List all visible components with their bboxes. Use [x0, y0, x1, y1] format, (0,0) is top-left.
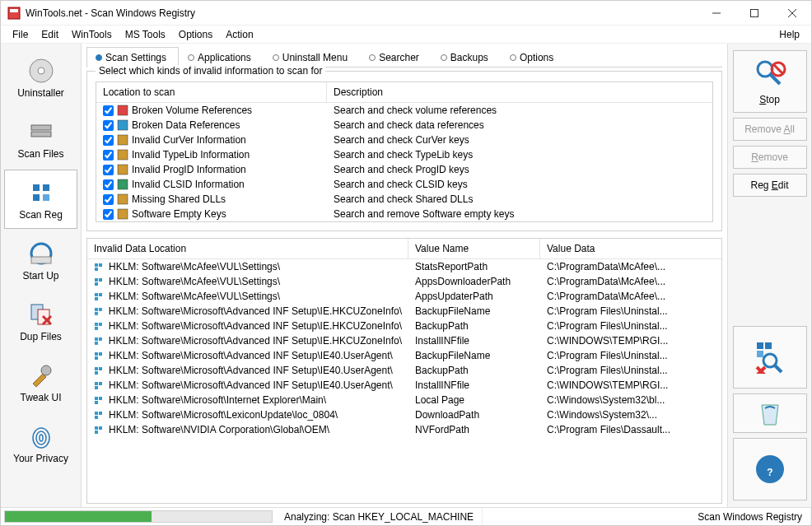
- result-location: HKLM: Software\Microsoft\Advanced INF Se…: [109, 335, 402, 347]
- result-row[interactable]: HKLM: Software\Microsoft\Internet Explor…: [87, 393, 721, 407]
- result-location: HKLM: Software\Microsoft\Advanced INF Se…: [109, 350, 393, 361]
- result-value-name: InstallINFfile: [408, 335, 540, 347]
- results-body[interactable]: HKLM: Software\McAfee\VUL\Settings\Stats…: [87, 259, 721, 503]
- col-value-name[interactable]: Value Name: [408, 239, 540, 258]
- minimize-button[interactable]: [698, 1, 735, 26]
- remove-all-button[interactable]: Remove All: [733, 118, 807, 141]
- scan-row[interactable]: Invalid TypeLib InformationSearch and ch…: [96, 147, 712, 162]
- result-location: HKLM: Software\McAfee\VUL\Settings\: [109, 276, 280, 287]
- maximize-button[interactable]: [735, 1, 773, 26]
- svg-rect-55: [95, 371, 98, 375]
- menu-file[interactable]: File: [6, 27, 35, 42]
- nav-scan-files[interactable]: Scan Files: [4, 109, 77, 168]
- nav-label: Dup Files: [20, 331, 62, 342]
- svg-rect-62: [95, 412, 98, 415]
- result-row[interactable]: HKLM: Software\NVIDIA Corporation\Global…: [87, 422, 721, 437]
- scan-row-checkbox[interactable]: [103, 120, 114, 131]
- scan-row[interactable]: Software Empty KeysSearch and remove Sof…: [96, 207, 712, 221]
- registry-key-icon: [94, 424, 105, 435]
- close-button[interactable]: [773, 1, 811, 26]
- scan-row-checkbox[interactable]: [103, 165, 114, 175]
- menu-help[interactable]: Help: [772, 27, 806, 42]
- scan-reg-shortcut[interactable]: [733, 326, 807, 389]
- result-location: HKLM: Software\Microsoft\Advanced INF Se…: [109, 379, 393, 391]
- svg-rect-50: [95, 352, 98, 356]
- menu-edit[interactable]: Edit: [35, 27, 65, 42]
- scan-row-desc: Search and check Shared DLLs: [327, 193, 712, 205]
- result-row[interactable]: HKLM: Software\Microsoft\Advanced INF Se…: [87, 333, 721, 348]
- nav-start-up[interactable]: Start Up: [4, 230, 77, 290]
- svg-point-75: [763, 354, 777, 367]
- help-button[interactable]: ?: [733, 438, 807, 500]
- menu-options[interactable]: Options: [172, 27, 219, 42]
- result-value-name: BackupPath: [408, 320, 540, 332]
- scan-row-checkbox[interactable]: [103, 135, 114, 146]
- result-row[interactable]: HKLM: Software\Microsoft\Advanced INF Se…: [87, 378, 721, 393]
- scan-row[interactable]: Invalid ProgID InformationSearch and che…: [96, 162, 712, 177]
- scan-row-checkbox[interactable]: [103, 105, 114, 116]
- scan-row[interactable]: Missing Shared DLLsSearch and check Shar…: [96, 192, 712, 207]
- tab-backups[interactable]: Backups: [432, 47, 501, 67]
- menu-wintools[interactable]: WinTools: [65, 27, 119, 42]
- registry-key-icon: [94, 350, 105, 361]
- scan-row-desc: Search and check data references: [327, 119, 712, 131]
- result-row[interactable]: HKLM: Software\McAfee\VUL\Settings\AppsD…: [87, 274, 721, 289]
- result-value-data: C:\ProgramData\McAfee\...: [540, 276, 721, 287]
- svg-rect-56: [95, 382, 98, 385]
- result-row[interactable]: HKLM: Software\Microsoft\Advanced INF Se…: [87, 304, 721, 319]
- svg-rect-38: [95, 293, 98, 296]
- result-row[interactable]: HKLM: Software\McAfee\VUL\Settings\AppsU…: [87, 289, 721, 304]
- scan-row-checkbox[interactable]: [103, 194, 114, 205]
- scan-row-checkbox[interactable]: [103, 150, 114, 161]
- scan-row-checkbox[interactable]: [103, 209, 114, 220]
- result-row[interactable]: HKLM: Software\McAfee\VUL\Settings\Stats…: [87, 259, 721, 274]
- result-row[interactable]: HKLM: Software\Microsoft\Advanced INF Se…: [87, 363, 721, 378]
- svg-rect-58: [95, 386, 98, 389]
- col-invalid-location[interactable]: Invalid Data Location: [87, 239, 408, 258]
- nav-dup-files[interactable]: Dup Files: [4, 291, 77, 351]
- remove-button[interactable]: Remove: [733, 146, 807, 169]
- recycle-button[interactable]: [733, 393, 807, 433]
- col-location[interactable]: Location to scan: [96, 82, 327, 102]
- scan-row-desc: Search and check CLSID keys: [327, 179, 712, 190]
- scan-row[interactable]: Invalid CurVer InformationSearch and che…: [96, 133, 712, 147]
- menu-mstools[interactable]: MS Tools: [119, 27, 172, 42]
- status-analyzing: Analyzing: Scan HKEY_LOCAL_MACHINE: [276, 508, 483, 525]
- svg-rect-57: [99, 382, 102, 385]
- stop-button[interactable]: Stop: [733, 50, 807, 113]
- nav-your-privacy[interactable]: Your Privacy: [4, 413, 77, 472]
- col-value-data[interactable]: Value Data: [540, 239, 721, 258]
- remove-all-label: Remove All: [744, 123, 795, 135]
- nav-scan-reg[interactable]: Scan Reg: [4, 170, 77, 229]
- nav-uninstaller[interactable]: Uninstaller: [4, 48, 77, 107]
- scan-body[interactable]: Broken Volume ReferencesSearch and check…: [96, 103, 712, 221]
- result-value-data: C:\Windows\System32\...: [540, 409, 721, 421]
- result-row[interactable]: HKLM: Software\Microsoft\Advanced INF Se…: [87, 348, 721, 363]
- scan-row[interactable]: Broken Data ReferencesSearch and check d…: [96, 118, 712, 133]
- scan-row[interactable]: Broken Volume ReferencesSearch and check…: [96, 103, 712, 118]
- scan-type-icon: [117, 119, 128, 131]
- col-description[interactable]: Description: [327, 82, 712, 102]
- scan-type-icon: [117, 149, 128, 161]
- result-row[interactable]: HKLM: Software\Microsoft\LexiconUpdate\l…: [87, 407, 721, 422]
- nav-tweak-ui[interactable]: Tweak UI: [4, 352, 77, 412]
- registry-key-icon: [94, 394, 105, 406]
- scan-row-checkbox[interactable]: [103, 179, 114, 190]
- scan-row-desc: Search and check CurVer keys: [327, 134, 712, 146]
- tab-options[interactable]: Options: [501, 47, 566, 67]
- regedit-button[interactable]: Reg Edit: [733, 174, 807, 197]
- scan-type-icon: [117, 208, 128, 220]
- radio-dot-icon: [96, 54, 102, 61]
- svg-rect-64: [95, 416, 98, 419]
- result-row[interactable]: HKLM: Software\Microsoft\Advanced INF Se…: [87, 319, 721, 333]
- scan-row-desc: Search and check TypeLib keys: [327, 149, 712, 161]
- scan-row-desc: Search and remove Software empty keys: [327, 208, 712, 220]
- tab-searcher[interactable]: Searcher: [360, 47, 432, 67]
- radio-dot-icon: [441, 54, 447, 61]
- scan-groupbox: Select which kinds of invalid informatio…: [86, 71, 722, 231]
- svg-rect-15: [31, 257, 51, 263]
- menu-action[interactable]: Action: [219, 27, 259, 42]
- svg-rect-31: [118, 209, 128, 219]
- svg-point-68: [758, 62, 772, 77]
- scan-row[interactable]: Invalid CLSID InformationSearch and chec…: [96, 177, 712, 192]
